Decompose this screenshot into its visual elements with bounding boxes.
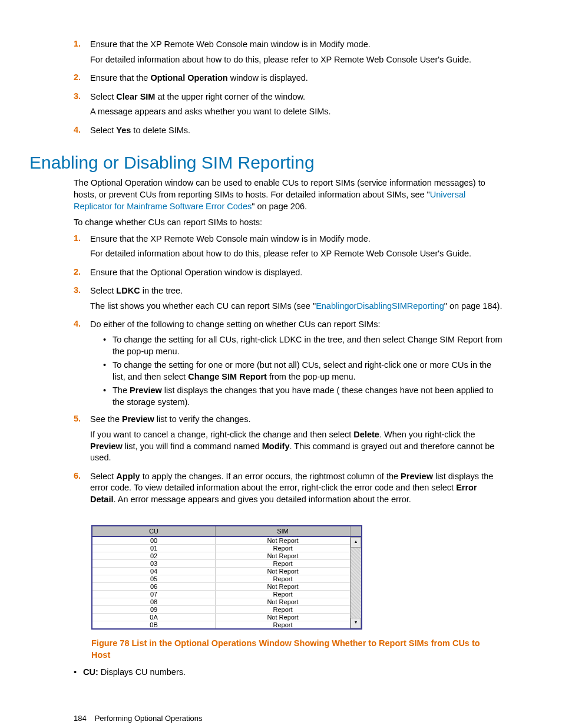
column-header-cu[interactable]: CU <box>92 526 216 536</box>
cell-cu: 0A <box>92 614 216 621</box>
cell-sim: Report <box>216 606 350 613</box>
step-text: Ensure that the Optional Operation windo… <box>90 73 503 84</box>
cell-sim: Report <box>216 621 350 628</box>
table-row[interactable]: 07Report <box>92 591 350 598</box>
step-text: For detailed information about how to do… <box>90 54 503 66</box>
step-text: Do either of the following to change set… <box>90 319 503 331</box>
cell-sim: Report <box>216 545 350 552</box>
table-row[interactable]: 02Not Report <box>92 552 350 560</box>
figure-caption: Figure 78 List in the Optional Operation… <box>91 638 485 661</box>
cell-cu: 08 <box>92 598 216 605</box>
bullet-item: To change the setting for all CUs, right… <box>103 334 503 357</box>
table-row[interactable]: 01Report <box>92 545 350 552</box>
table-row[interactable]: 06Not Report <box>92 583 350 591</box>
section-heading: Enabling or Disabling SIM Reporting <box>29 153 503 173</box>
step-text: Ensure that the Optional Operation windo… <box>90 267 503 279</box>
table-row[interactable]: 0ANot Report <box>92 614 350 621</box>
cell-cu: 01 <box>92 545 216 552</box>
cell-cu: 0B <box>92 621 216 628</box>
list-marker-5: 5. <box>74 414 90 467</box>
cell-cu: 06 <box>92 583 216 590</box>
list-marker-1: 1. <box>74 39 90 69</box>
cell-cu: 04 <box>92 568 216 575</box>
cell-sim: Not Report <box>216 552 350 559</box>
cell-cu: 09 <box>92 606 216 613</box>
cell-sim: Not Report <box>216 598 350 605</box>
cell-cu: 00 <box>92 537 216 544</box>
column-header-sim[interactable]: SIM <box>216 526 351 536</box>
cell-sim: Not Report <box>216 629 350 630</box>
step-text: If you want to cancel a change, right-cl… <box>90 429 503 464</box>
step-text: The list shows you whether each CU can r… <box>90 301 503 312</box>
cell-cu: 0C <box>92 629 216 630</box>
step-text: For detailed information about how to do… <box>90 248 503 260</box>
cell-cu: 07 <box>92 591 216 598</box>
step-text: Ensure that the XP Remote Web Console ma… <box>90 233 503 245</box>
table-row[interactable]: 0BReport <box>92 621 350 629</box>
table-row[interactable]: 08Not Report <box>92 598 350 606</box>
list-marker-1: 1. <box>74 233 90 263</box>
cell-cu: 02 <box>92 552 216 559</box>
list-marker-6: 6. <box>74 471 90 509</box>
paragraph: To change whether CUs can report SIMs to… <box>74 217 503 229</box>
table-row[interactable]: 00Not Report <box>92 537 350 545</box>
list-marker-3: 3. <box>74 285 90 315</box>
step-text: Ensure that the XP Remote Web Console ma… <box>90 39 503 51</box>
step-text: Select LDKC in the tree. <box>90 285 503 297</box>
list-marker-2: 2. <box>74 267 90 282</box>
table-row[interactable]: 04Not Report <box>92 568 350 575</box>
step-text: Select Yes to delete SIMs. <box>90 125 503 137</box>
scroll-down-icon[interactable]: ▾ <box>351 618 361 628</box>
cell-sim: Not Report <box>216 614 350 621</box>
bullet-item: To change the setting for one or more (b… <box>103 360 503 383</box>
cell-cu: 03 <box>92 560 216 567</box>
cell-sim: Report <box>216 575 350 582</box>
cell-sim: Report <box>216 591 350 598</box>
cross-ref-link[interactable]: EnablingorDisablingSIMReporting <box>316 301 444 311</box>
step-text: Select Apply to apply the changes. If an… <box>90 471 503 506</box>
table-row[interactable]: 03Report <box>92 560 350 568</box>
step-text: Select Clear SIM at the upper right corn… <box>90 91 503 103</box>
step-text: A message appears and asks whether you w… <box>90 106 503 118</box>
table-row[interactable]: 0CNot Report <box>92 629 350 630</box>
cell-sim: Not Report <box>216 583 350 590</box>
page-number: 184 <box>74 714 87 723</box>
cell-sim: Not Report <box>216 537 350 544</box>
table-row[interactable]: 05Report <box>92 575 350 583</box>
table-row[interactable]: 09Report <box>92 606 350 614</box>
cell-sim: Report <box>216 560 350 567</box>
scroll-up-icon[interactable]: ▴ <box>351 537 361 548</box>
list-marker-3: 3. <box>74 91 90 121</box>
definition-item: CU: Displays CU numbers. <box>74 667 503 678</box>
paragraph: The Optional Operation window can be use… <box>74 177 503 212</box>
scrollbar[interactable]: ▴ ▾ <box>350 537 361 628</box>
chapter-title: Performing Optional Operations <box>95 714 203 723</box>
cell-sim: Not Report <box>216 568 350 575</box>
list-marker-4: 4. <box>74 319 90 410</box>
list-marker-4: 4. <box>74 125 90 140</box>
step-text: See the Preview list to verify the chang… <box>90 414 503 426</box>
bullet-item: The Preview list displays the changes th… <box>103 385 503 408</box>
figure-screenshot: CU SIM 00Not Report01Report02Not Report0… <box>91 525 362 630</box>
cell-cu: 05 <box>92 575 216 582</box>
list-marker-2: 2. <box>74 73 90 88</box>
